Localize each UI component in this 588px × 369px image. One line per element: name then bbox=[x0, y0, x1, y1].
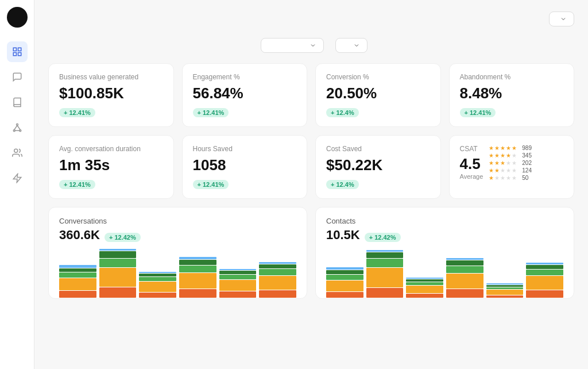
kpi-value: $100.85K bbox=[59, 84, 163, 102]
bar-segment bbox=[179, 273, 216, 289]
bar-segment bbox=[259, 269, 296, 275]
csat-card: CSAT 4.5 Average ★★★★★989★★★★★345★★★★★20… bbox=[449, 135, 575, 199]
bar-group bbox=[406, 278, 443, 298]
bar-segment bbox=[526, 276, 563, 290]
bar-segment bbox=[446, 274, 483, 289]
kpi-badge: + 12.4% bbox=[326, 180, 359, 189]
bar-segment bbox=[219, 275, 257, 279]
bar-group bbox=[446, 258, 483, 298]
bar-segment bbox=[259, 290, 296, 298]
bar-group bbox=[139, 272, 176, 298]
kpi-badge: + 12.41% bbox=[59, 180, 95, 189]
bar-segment bbox=[486, 283, 524, 285]
bar-segment bbox=[406, 294, 443, 298]
header-right bbox=[543, 11, 574, 26]
bar-segment bbox=[259, 264, 296, 268]
kpi-row-2: Avg. conversation duration 1m 35s + 12.4… bbox=[48, 135, 574, 199]
bar-segment bbox=[366, 259, 404, 267]
bar-group bbox=[59, 265, 96, 298]
kpi2-card-1: Hours Saved 1058 + 12.41% bbox=[182, 135, 308, 199]
bar-segment bbox=[219, 280, 257, 291]
date-range-picker[interactable] bbox=[335, 38, 368, 53]
page-header bbox=[48, 11, 574, 26]
bar-segment bbox=[219, 269, 257, 270]
star-row: ★★★★★50 bbox=[489, 175, 563, 181]
csat-score: 4.5 bbox=[460, 155, 483, 173]
bar-group bbox=[259, 262, 296, 298]
bar-chart bbox=[326, 252, 563, 298]
bar-segment bbox=[326, 275, 363, 280]
bar-group bbox=[219, 269, 257, 298]
bar-segment bbox=[326, 270, 363, 274]
chart-value: 360.6K bbox=[59, 228, 100, 243]
bar-segment bbox=[326, 280, 363, 291]
bot-filter-select[interactable] bbox=[261, 38, 324, 53]
bar-segment bbox=[366, 268, 404, 287]
bar-segment bbox=[366, 288, 404, 298]
kpi-badge: + 12.41% bbox=[59, 108, 95, 117]
bar-segment bbox=[99, 287, 137, 298]
chart-card-1: Contacts 10.5K + 12.42% bbox=[315, 207, 574, 299]
chart-title: Contacts bbox=[326, 217, 355, 225]
bar-group bbox=[366, 250, 404, 298]
bar-segment bbox=[139, 293, 176, 298]
svg-rect-2 bbox=[13, 53, 16, 56]
bar-segment bbox=[526, 290, 563, 298]
bar-group bbox=[486, 283, 524, 298]
bar-segment bbox=[446, 260, 483, 266]
csat-left: CSAT 4.5 Average bbox=[460, 145, 483, 180]
bar-segment bbox=[486, 285, 524, 287]
bar-group bbox=[99, 249, 137, 298]
viewing-selector[interactable] bbox=[549, 11, 574, 26]
kpi-value: $50.22K bbox=[326, 156, 430, 174]
bar-segment bbox=[139, 282, 176, 292]
svg-line-7 bbox=[14, 125, 17, 130]
bar-segment bbox=[99, 251, 137, 258]
svg-rect-0 bbox=[13, 48, 16, 51]
bar-segment bbox=[179, 260, 216, 265]
kpi-value: 1058 bbox=[193, 156, 297, 174]
main-content: Business value generated $100.85K + 12.4… bbox=[34, 0, 588, 369]
bar-segment bbox=[406, 278, 443, 279]
bar-segment bbox=[99, 268, 137, 287]
bar-segment bbox=[366, 252, 404, 258]
svg-point-10 bbox=[14, 149, 17, 152]
bar-segment bbox=[59, 278, 96, 290]
chart-header: Contacts bbox=[326, 217, 563, 225]
kpi-badge: + 12.41% bbox=[193, 180, 229, 189]
bar-segment bbox=[219, 271, 257, 274]
filter-bar bbox=[48, 38, 574, 53]
sidebar-item-analytics[interactable] bbox=[7, 41, 28, 62]
bar-segment bbox=[179, 266, 216, 272]
csat-label: CSAT bbox=[460, 145, 483, 153]
bar-segment bbox=[446, 258, 483, 260]
bar-segment bbox=[139, 277, 176, 281]
sidebar-item-network[interactable] bbox=[7, 117, 28, 138]
chart-header: Conversations bbox=[59, 217, 296, 225]
bar-segment bbox=[99, 249, 137, 251]
star-row: ★★★★★202 bbox=[489, 160, 563, 166]
bar-segment bbox=[406, 279, 443, 282]
star-row: ★★★★★989 bbox=[489, 145, 563, 151]
bar-segment bbox=[259, 276, 296, 290]
sidebar-item-book[interactable] bbox=[7, 92, 28, 113]
csat-avg-label: Average bbox=[460, 173, 483, 180]
bar-segment bbox=[139, 272, 176, 273]
bar-group bbox=[326, 267, 363, 298]
bar-segment bbox=[526, 265, 563, 269]
kpi-value: 56.84% bbox=[193, 84, 297, 102]
bar-segment bbox=[326, 292, 363, 298]
sidebar-item-chat[interactable] bbox=[7, 67, 28, 87]
kpi-value: 1m 35s bbox=[59, 156, 163, 174]
chart-title: Conversations bbox=[59, 217, 107, 225]
kpi-row-1: Business value generated $100.85K + 12.4… bbox=[48, 63, 574, 127]
sidebar-item-settings[interactable] bbox=[7, 168, 28, 189]
sidebar-item-users[interactable] bbox=[7, 143, 28, 163]
kpi-value: 8.48% bbox=[460, 84, 564, 102]
bar-segment bbox=[366, 250, 404, 252]
bar-segment bbox=[486, 290, 524, 295]
bar-segment bbox=[179, 289, 216, 298]
bar-segment bbox=[259, 262, 296, 264]
bar-segment bbox=[446, 289, 483, 298]
svg-marker-11 bbox=[13, 174, 21, 183]
